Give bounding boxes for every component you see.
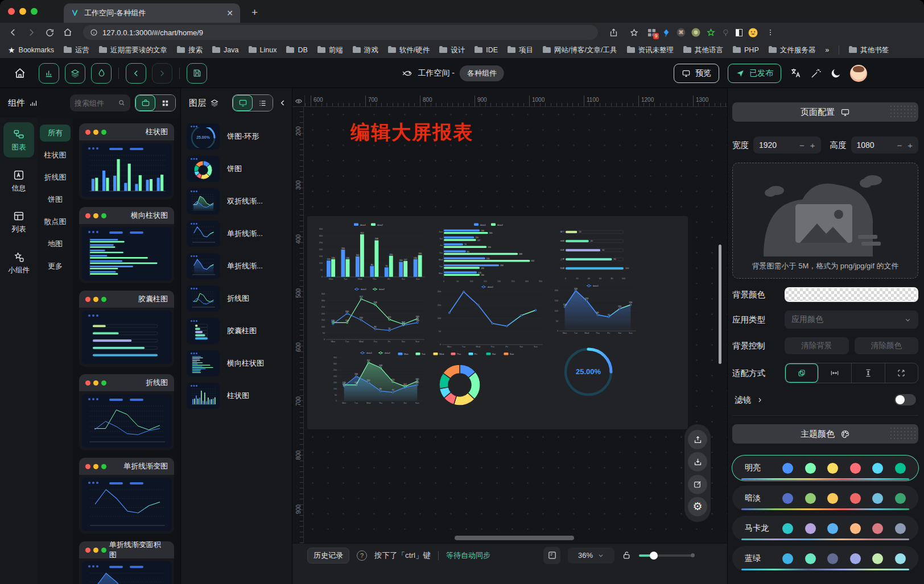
bookmark-item[interactable]: 搜索 (177, 45, 203, 55)
height-minus-button[interactable]: − (897, 140, 902, 150)
layer-item[interactable]: 双折线渐... (187, 188, 286, 214)
theme-color-dot[interactable] (805, 523, 816, 534)
component-card[interactable]: 折线图 (79, 374, 174, 450)
category-pie[interactable]: 饼图 (40, 191, 71, 208)
tab-close-icon[interactable]: ✕ (226, 9, 233, 18)
horizontal-scrollbar[interactable] (455, 536, 574, 540)
canvas-text-component[interactable]: 编辑大屏报表 (350, 119, 473, 146)
background-upload-dropzone[interactable]: 背景图需小于 5M，格式为 png/jpg/gif 的文件 (732, 163, 918, 279)
theme-color-dot[interactable] (782, 463, 793, 474)
canvas-chart-gradient-area[interactable]: 5010015020001202001508070110130MonTueWed… (551, 283, 641, 338)
component-card[interactable]: 单折线渐变面积图 (79, 541, 174, 584)
bookmark-item[interactable]: 其他语言 (683, 45, 723, 55)
back-icon[interactable] (6, 25, 20, 40)
layer-item[interactable]: 柱状图 (187, 383, 286, 409)
category-more[interactable]: 更多 (40, 258, 71, 275)
theme-color-dot[interactable] (782, 523, 793, 534)
theme-color-dot[interactable] (872, 493, 883, 504)
address-bar[interactable]: 127.0.0.1:3000/#/chart/home/9 (83, 25, 598, 40)
thumbnail-view-button[interactable] (233, 95, 253, 111)
redo-button[interactable] (152, 63, 172, 84)
history-button[interactable]: 历史记录 (307, 548, 349, 564)
theme-color-dot[interactable] (827, 493, 838, 504)
clear-background-button[interactable]: 清除背景 (785, 337, 849, 354)
component-card[interactable]: 单折线渐变图 (79, 458, 174, 534)
layer-item[interactable]: 横向柱状图 (187, 350, 286, 376)
bookmark-item[interactable]: DB (286, 46, 307, 54)
app-home-icon[interactable] (14, 67, 26, 80)
component-card[interactable]: 柱状图 (79, 123, 174, 200)
zoom-select[interactable]: 36% (568, 548, 614, 564)
canvas-chart-line[interactable]: 5010015020025030035001202001508070110130… (317, 287, 428, 346)
bookmark-item[interactable]: 近期需要读的文章 (99, 45, 167, 55)
theme-color-dot[interactable] (782, 553, 793, 564)
toolbox-view-button[interactable] (135, 95, 155, 111)
dark-mode-moon-icon[interactable] (830, 68, 842, 79)
extension-kite-icon[interactable] (662, 28, 671, 37)
chevron-right-icon[interactable] (756, 396, 764, 404)
bookmark-item[interactable]: 文件服务器 (769, 45, 816, 55)
bookmark-item[interactable]: 运营 (64, 45, 89, 55)
maximize-window-button[interactable] (31, 8, 38, 15)
browser-tab[interactable]: 工作空间-各种组件 ✕ (64, 3, 240, 23)
canvas-chart-hbar[interactable]: 050100150200250300350Sun130160Sat110117F… (435, 222, 547, 283)
translate-icon[interactable] (790, 67, 802, 79)
bookmark-item[interactable]: 项目 (508, 45, 533, 55)
extension-pin-icon[interactable] (721, 28, 730, 37)
category-scatter[interactable]: 散点图 (40, 213, 71, 230)
bookmark-item[interactable]: 设计 (439, 45, 465, 55)
theme-color-dot[interactable] (805, 553, 816, 564)
extension-command-icon[interactable]: ⌘ (676, 28, 686, 37)
undo-button[interactable] (126, 63, 146, 84)
share-icon[interactable] (606, 25, 621, 40)
browser-menu-icon[interactable] (763, 25, 778, 40)
bookmark-item[interactable]: Java (212, 46, 238, 54)
collapse-panel-icon[interactable] (278, 98, 287, 107)
theme-color-dot[interactable] (805, 493, 816, 504)
fit-auto-button[interactable] (785, 363, 819, 383)
component-card[interactable]: 横向柱状图 (79, 207, 174, 283)
canvas-chart-pie[interactable]: MonTueWedThuFriSatSun (391, 351, 528, 409)
theme-color-dot[interactable] (850, 463, 861, 474)
layer-item[interactable]: 25.00%饼图-环形 (187, 123, 286, 150)
home-icon[interactable] (60, 25, 75, 40)
theme-color-dot[interactable] (827, 463, 838, 474)
bookmark-item[interactable]: 资讯未整理 (627, 45, 674, 55)
theme-color-dot[interactable] (827, 553, 838, 564)
tab-charts[interactable]: 图表 (3, 122, 34, 158)
canvas-chart-gradient-line[interactable]: 501001502000MonTueWedThuFriSatSundata1 (434, 284, 547, 351)
layers-button[interactable] (65, 63, 85, 84)
theme-color-dot[interactable] (782, 493, 793, 504)
fit-stretch-button[interactable] (885, 363, 918, 383)
category-map[interactable]: 地图 (40, 235, 71, 252)
close-window-button[interactable] (8, 8, 15, 15)
bookmark-item[interactable]: 网站/博客/文章/工具 (543, 45, 617, 55)
height-plus-button[interactable]: + (908, 140, 913, 150)
user-avatar[interactable] (850, 65, 867, 82)
layer-item[interactable]: 饼图 (187, 156, 286, 182)
publish-button[interactable]: 已发布 (728, 64, 781, 83)
settings-gear-icon[interactable]: ⚙ (688, 497, 707, 516)
category-all[interactable]: 所有 (40, 125, 71, 142)
other-bookmarks[interactable]: 其他书签 (849, 45, 889, 55)
width-stepper[interactable]: 1920 −+ (753, 136, 821, 154)
forward-icon[interactable] (24, 25, 39, 40)
preview-button[interactable]: 预览 (674, 64, 719, 83)
category-bar[interactable]: 柱状图 (40, 147, 71, 164)
fit-width-button[interactable] (819, 363, 852, 383)
layer-item[interactable]: 折线图 (187, 285, 286, 312)
theme-color-button[interactable]: 主题颜色 (732, 424, 918, 444)
bookmark-star-icon[interactable] (626, 25, 641, 40)
extension-smiley-icon[interactable] (748, 28, 757, 37)
bookmark-item[interactable]: 游戏 (353, 45, 378, 55)
bookmark-item[interactable]: Linux (249, 46, 277, 54)
list-view-button[interactable] (253, 95, 273, 111)
canvas-chart-progress-ring[interactable]: 25.00% (561, 345, 616, 399)
theme-color-dot[interactable] (895, 523, 906, 534)
droplet-button[interactable] (91, 63, 112, 84)
tab-info[interactable]: 信息 (3, 163, 34, 198)
zoom-slider[interactable] (639, 554, 693, 557)
theme-color-dot[interactable] (895, 463, 906, 474)
bookmark-item[interactable]: 软件/硬件 (388, 45, 430, 55)
theme-color-dot[interactable] (872, 523, 883, 534)
